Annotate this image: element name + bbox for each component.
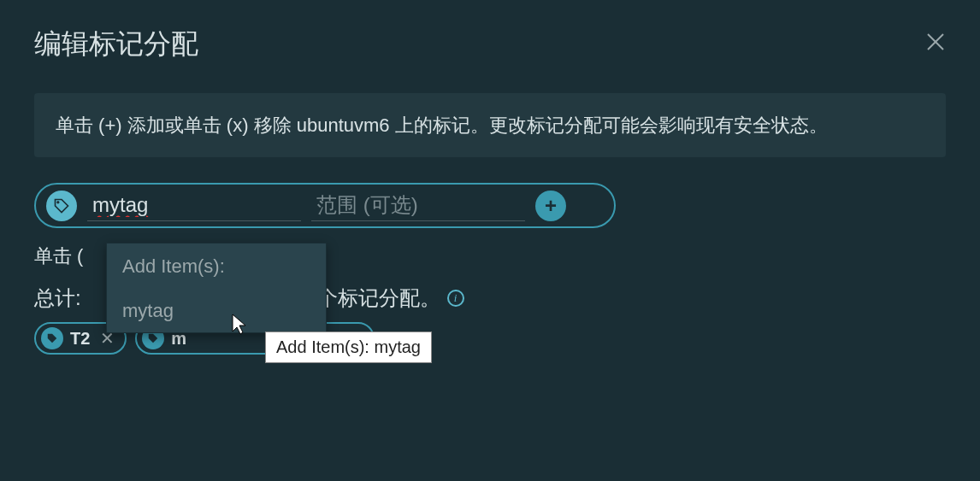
tag-scope-input[interactable] (311, 190, 525, 221)
tag-icon (41, 327, 63, 349)
tag-icon (53, 197, 70, 214)
tooltip: Add Item(s): mytag (265, 331, 432, 363)
autocomplete-dropdown: Add Item(s): mytag (106, 243, 327, 333)
total-suffix: 个标记分配。 (317, 284, 440, 312)
close-icon (925, 32, 946, 52)
info-icon[interactable]: i (447, 290, 464, 307)
tag-input-row: + (34, 183, 616, 228)
dropdown-header: Add Item(s): (107, 243, 326, 290)
chip-label: T2 (70, 329, 90, 349)
total-prefix: 总计: (34, 284, 81, 312)
info-banner: 单击 (+) 添加或单击 (x) 移除 ubuntuvm6 上的标记。更改标记分… (34, 93, 946, 157)
close-button[interactable] (925, 31, 946, 58)
mouse-cursor (226, 311, 253, 342)
tag-icon-circle (46, 191, 77, 221)
modal-title: 编辑标记分配 (34, 26, 198, 63)
svg-point-2 (57, 201, 60, 203)
plus-icon: + (545, 196, 557, 216)
modal-header: 编辑标记分配 (34, 17, 946, 72)
dropdown-item[interactable]: mytag (107, 290, 326, 332)
tag-name-input[interactable] (87, 190, 301, 221)
add-tag-button[interactable]: + (535, 191, 566, 221)
